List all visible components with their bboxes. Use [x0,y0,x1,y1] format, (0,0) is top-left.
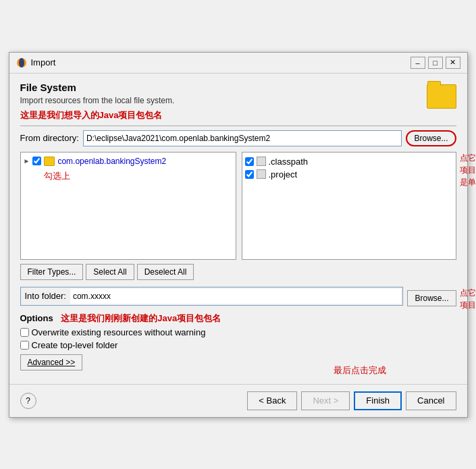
filter-row: Filter Types... Select All Deselect All [20,264,456,280]
from-directory-row: From directory: Browse... [20,130,456,146]
classpath-label: .classpath [269,157,309,167]
annotation-browse2: 点它去找我们刚刚新创建的Java项目部包 [460,287,477,311]
next-button[interactable]: Next > [301,391,350,410]
maximize-button[interactable]: □ [428,57,443,69]
import-dialog: Import – □ ✕ File System Import resource… [9,52,468,418]
title-bar-left: Import [16,57,56,68]
separator-1 [20,126,456,126]
into-folder-label: Into folder: [22,291,66,301]
section-desc: Import resources from the local file sys… [20,96,420,105]
select-all-button[interactable]: Select All [86,264,134,280]
project-checkbox[interactable] [245,170,254,179]
dialog-footer: 最后点击完成 ? < Back Next > Finish Cancel [9,384,467,417]
header-text: File System Import resources from the lo… [20,82,420,121]
into-folder-input[interactable] [70,289,402,304]
overwrite-checkbox[interactable] [20,328,29,337]
big-folder-icon [427,84,456,109]
classpath-file-icon [257,157,266,166]
left-file-panel: ► com.openlab.bankingSystem2 勾选上 [20,152,236,260]
finish-button[interactable]: Finish [354,391,402,410]
dialog-body: File System Import resources from the lo… [9,74,467,384]
annotation-folder: 这里是我们刚刚新创建的Java项目包包名 [61,313,221,323]
deselect-all-button[interactable]: Deselect All [137,264,194,280]
eclipse-icon [16,57,27,68]
title-bar: Import – □ ✕ [9,53,467,74]
section-title: File System [20,82,420,93]
options-section: Options 这里是我们刚刚新创建的Java项目包包名 Overwrite e… [20,312,456,370]
annotation-select: 勾选上 [44,170,233,182]
dialog-title: Import [31,57,56,67]
tree-item-root: ► com.openlab.bankingSystem2 [24,155,233,167]
browse-folder-button[interactable]: Browse... [407,290,456,306]
options-label: Options [20,313,53,323]
from-directory-input[interactable] [83,130,402,146]
back-button[interactable]: < Back [247,391,297,410]
annotation-directory: 这里是我们想导入的Java项目包包名 [20,109,420,121]
classpath-checkbox[interactable] [245,157,254,166]
dialog-header: File System Import resources from the lo… [20,82,456,121]
option-overwrite-row: Overwrite existing resources without war… [20,327,456,337]
into-folder-row: Into folder: [20,287,404,306]
folder-icon-container [427,84,456,109]
annotation-right-side: 点它去找到自己想要导入的Java项目文件包。注意是整个包，不是单独的src或者b… [460,152,477,188]
tree-arrow: ► [24,157,30,165]
project-item: .project [245,168,453,181]
title-bar-controls: – □ ✕ [411,57,460,69]
toplevel-label: Create top-level folder [32,340,118,350]
into-folder-section: Into folder: Browse... 点它去找我们刚刚新创建的Java项… [20,287,456,310]
toplevel-checkbox[interactable] [20,341,29,350]
advanced-button[interactable]: Advanced >> [20,354,83,370]
file-panels: ► com.openlab.bankingSystem2 勾选上 .classp… [20,152,456,260]
from-directory-label: From directory: [20,133,79,143]
root-folder-icon [44,157,55,166]
help-button[interactable]: ? [20,393,36,409]
root-checkbox[interactable] [32,157,41,165]
right-file-panel: .classpath .project [242,152,456,260]
overwrite-label: Overwrite existing resources without war… [32,327,206,337]
option-toplevel-row: Create top-level folder [20,340,456,350]
filter-types-button[interactable]: Filter Types... [20,264,84,280]
svg-point-1 [19,58,24,67]
minimize-button[interactable]: – [411,57,425,69]
project-label: .project [269,169,298,180]
project-file-icon [257,169,266,179]
footer-annotation: 最后点击完成 [334,364,386,377]
classpath-item: .classpath [245,155,453,168]
footer-left: ? [20,393,36,409]
browse-directory-button[interactable]: Browse... [406,130,456,146]
close-button[interactable]: ✕ [446,57,460,69]
cancel-button[interactable]: Cancel [406,391,456,410]
root-item-label: com.openlab.bankingSystem2 [57,157,166,166]
footer-right: < Back Next > Finish Cancel [247,391,456,410]
